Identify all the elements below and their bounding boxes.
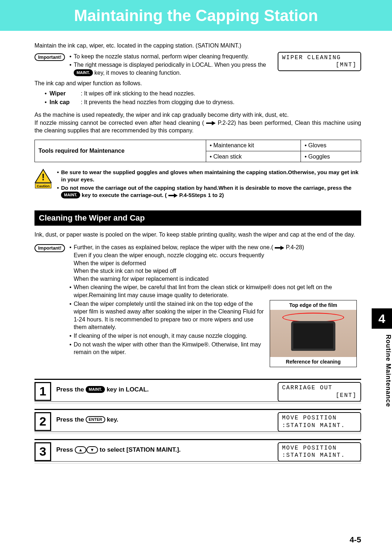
pointer-icon (168, 193, 178, 198)
func-intro: The ink cap and wiper function as follow… (34, 79, 361, 87)
chapter-name: Routine Maintenance (372, 335, 392, 407)
imp2-b4: If cleaning of the wiper is not enough, … (74, 332, 248, 340)
page-header: Maintaining the Capping Station (0, 0, 392, 31)
lcd-step3: MOVE POSITION :STATION MAINT. (278, 442, 361, 462)
highlight-ellipse (282, 313, 344, 322)
step-1: 1 Press the MAINT. key in LOCAL. CARRIAG… (34, 379, 361, 402)
caution-block: ! Caution •Be sure to wear the supplied … (34, 169, 361, 200)
tools-table: Tools required for Maintenance • Mainten… (34, 140, 361, 162)
maint-key-icon: MAINT. (86, 386, 105, 393)
lcd-display-top: WIPER CLEANING [MNT] (278, 52, 361, 71)
step-3: 3 Press ▲▼ to select [STATION MAINT.]. M… (34, 439, 361, 462)
step-number: 1 (34, 382, 51, 401)
step-text: Press the MAINT. key in LOCAL. (56, 382, 273, 394)
svg-text:!: ! (42, 172, 45, 182)
caution-b2: Do not move the carriage out of the capp… (61, 184, 361, 199)
svg-text:Caution: Caution (37, 184, 50, 188)
photo-image (270, 310, 356, 357)
intro-text: Maintain the ink cap, wiper, etc. locate… (34, 42, 361, 50)
important-badge: Important! (34, 53, 65, 61)
steps-list: 1 Press the MAINT. key in LOCAL. CARRIAG… (34, 379, 361, 461)
tools-r2c1: • Clean stick (206, 151, 301, 162)
down-key-icon: ▼ (86, 446, 98, 454)
step-text: Press the ENTER key. (56, 412, 273, 424)
maint-key-icon: MAINT. (74, 69, 93, 76)
step-number: 3 (34, 442, 51, 461)
page-content: Maintain the ink cap, wiper, etc. locate… (0, 31, 392, 461)
tools-r1c2: • Gloves (301, 140, 361, 151)
imp1-b2: The right message is displayed periodica… (74, 61, 270, 77)
important-block-1: Important! •To keep the nozzle status no… (34, 53, 270, 78)
photo-caption-top: Top edge of the film (270, 300, 356, 310)
wiper-photo: Top edge of the film Reference for clean… (270, 300, 357, 368)
step-2: 2 Press the ENTER key. MOVE POSITION :ST… (34, 409, 361, 432)
caution-b1: Be sure to wear the supplied goggles and… (61, 169, 361, 184)
tools-r1c1: • Maintenance kit (206, 140, 301, 151)
caution-icon: ! Caution (34, 169, 52, 200)
pointer-icon (206, 121, 216, 126)
enter-key-icon: ENTER (86, 416, 105, 423)
important-badge: Important! (34, 244, 65, 252)
chapter-tab: 4 Routine Maintenance (372, 308, 392, 407)
lcd-step2: MOVE POSITION :STATION MAINT. (278, 412, 361, 432)
photo-caption-bottom: Reference for cleaning (270, 357, 356, 367)
imp1-b1: To keep the nozzle status normal, perfor… (74, 53, 249, 61)
page-number: 4-5 (350, 535, 361, 545)
chapter-number: 4 (372, 308, 392, 329)
imp2-b3: Clean the wiper completely until the sta… (74, 300, 265, 331)
step-number: 2 (34, 412, 51, 431)
lcd-line2: [MNT] (282, 61, 357, 69)
page-title: Maintaining the Capping Station (74, 7, 318, 25)
function-list: •Wiper: It wipes off ink sticking to the… (45, 90, 361, 106)
maint-key-icon: MAINT. (61, 192, 80, 198)
imp2-b2: When cleaning the wiper, be careful that… (74, 283, 357, 299)
up-key-icon: ▲ (75, 446, 86, 454)
lcd-top-wrap: WIPER CLEANING [MNT] (278, 52, 361, 71)
imp2-b5: Do not wash the wiper with other than th… (74, 341, 265, 356)
section-header: Cleaning the Wiper and Cap (34, 210, 361, 226)
tools-head: Tools required for Maintenance (35, 140, 206, 162)
sec2-para: Ink, dust, or paper waste is pooled on t… (34, 231, 361, 239)
tools-r2c2: • Goggles (301, 151, 361, 162)
step-text: Press ▲▼ to select [STATION MAINT.]. (56, 442, 273, 454)
important-block-2: Important! • Further, in the cases as ex… (34, 243, 361, 371)
lcd-line1: WIPER CLEANING (282, 54, 357, 62)
paragraph-2: As the machine is used repeatedly, the w… (34, 111, 361, 135)
pointer-icon (275, 246, 284, 250)
lcd-step1: CARRIAGE OUT [ENT] (278, 382, 361, 402)
